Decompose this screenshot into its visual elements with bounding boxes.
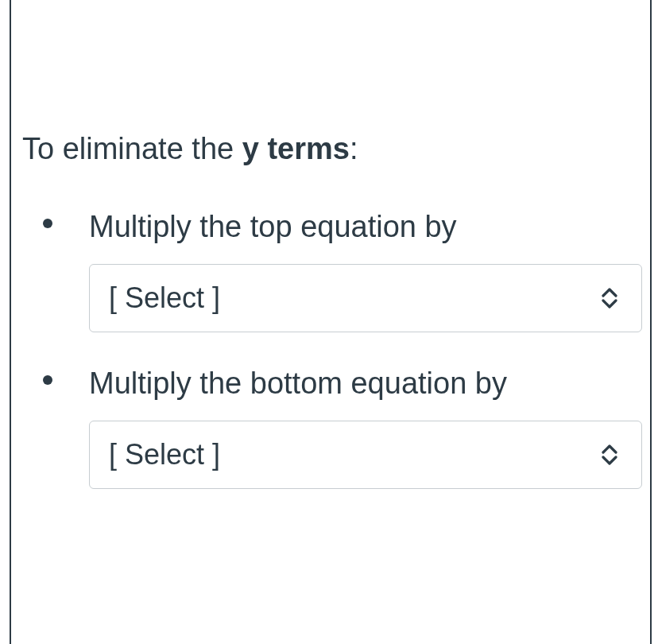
chevron-up-down-icon <box>598 285 621 311</box>
select-bottom-multiplier[interactable]: [ Select ] <box>89 421 642 489</box>
select-top-multiplier[interactable]: [ Select ] <box>89 264 642 332</box>
question-body: To eliminate the y terms: Multiply the t… <box>11 127 650 489</box>
intro-bold: y terms <box>242 132 350 165</box>
bullet-list: Multiply the top equation by [ Select ] … <box>22 204 642 489</box>
bullet-text-2: Multiply the bottom equation by <box>89 361 642 406</box>
equation-area <box>11 0 650 127</box>
intro-prefix: To eliminate the <box>22 132 242 165</box>
intro-text: To eliminate the y terms: <box>22 127 642 171</box>
select-placeholder: [ Select ] <box>109 277 220 319</box>
list-item: Multiply the bottom equation by [ Select… <box>43 361 642 489</box>
question-frame: To eliminate the y terms: Multiply the t… <box>10 0 652 644</box>
bullet-text-1: Multiply the top equation by <box>89 204 642 250</box>
list-item: Multiply the top equation by [ Select ] <box>43 204 642 332</box>
select-placeholder: [ Select ] <box>109 434 220 475</box>
bullet-icon <box>43 375 52 385</box>
intro-suffix: : <box>350 132 358 165</box>
bullet-icon <box>43 219 52 228</box>
chevron-up-down-icon <box>598 442 621 467</box>
